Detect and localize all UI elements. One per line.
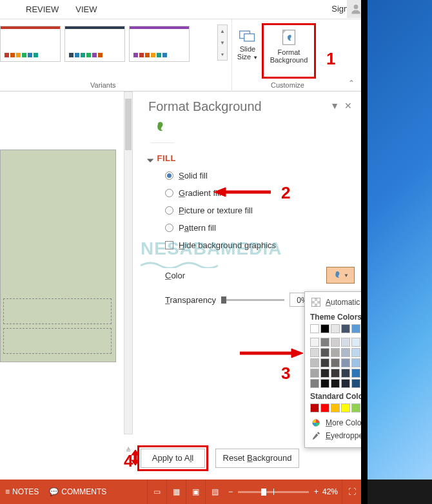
- color-swatch[interactable]: [351, 324, 360, 333]
- picture-fill-radio[interactable]: Picture or texture fill: [165, 206, 361, 215]
- annotation-arrow: [132, 450, 139, 465]
- color-swatch[interactable]: [310, 403, 319, 412]
- status-bar: ≡NOTES 💬COMMENTS ▭ ▦ ▣ ▤ − + 42% ⛶: [0, 480, 361, 504]
- solid-fill-radio[interactable]: SSolid fillolid fill: [165, 171, 361, 180]
- pattern-fill-radio[interactable]: Pattern fill: [165, 223, 361, 233]
- tab-review[interactable]: REVIEW: [26, 5, 59, 14]
- apply-to-all-button[interactable]: Apply to All: [141, 449, 205, 468]
- color-swatch[interactable]: [310, 369, 319, 378]
- pane-options-icon[interactable]: ▼: [330, 101, 339, 111]
- sorter-view-icon[interactable]: ▦: [166, 480, 186, 504]
- color-swatch[interactable]: [310, 338, 319, 347]
- color-swatch[interactable]: [320, 369, 329, 378]
- variant-thumb[interactable]: [129, 26, 190, 62]
- comments-button[interactable]: 💬COMMENTS: [49, 487, 106, 496]
- fill-tab-icon[interactable]: [152, 121, 361, 137]
- color-swatch[interactable]: [341, 403, 350, 412]
- color-swatch[interactable]: [341, 324, 350, 333]
- color-swatch[interactable]: [351, 379, 360, 388]
- color-swatch[interactable]: [320, 338, 329, 347]
- desktop-background: [361, 0, 432, 504]
- svg-rect-2: [244, 34, 255, 41]
- customize-group: Slide Size ▼ Format Background Customize…: [232, 19, 361, 92]
- annotation-arrow: [239, 348, 303, 358]
- zoom-slider[interactable]: [238, 491, 309, 493]
- notes-button[interactable]: ≡NOTES: [5, 487, 39, 496]
- color-swatch[interactable]: [331, 379, 340, 388]
- color-swatch[interactable]: [331, 403, 340, 412]
- color-swatch[interactable]: [341, 348, 350, 357]
- customize-label: Customize: [271, 81, 304, 89]
- variants-group: ▲▼▾ Variants: [0, 19, 232, 92]
- color-swatch[interactable]: [341, 379, 350, 388]
- text-placeholder[interactable]: [3, 298, 112, 324]
- svg-point-0: [354, 5, 358, 9]
- color-swatch[interactable]: [310, 379, 319, 388]
- svg-marker-9: [132, 450, 139, 458]
- color-swatch[interactable]: [320, 348, 329, 357]
- slide-size-button[interactable]: Slide Size ▼: [235, 24, 260, 79]
- color-swatch[interactable]: [341, 358, 350, 367]
- color-label: Color: [165, 271, 255, 280]
- color-swatch[interactable]: [320, 379, 329, 388]
- color-swatch[interactable]: [331, 348, 340, 357]
- annotation-2: 2: [281, 183, 290, 203]
- color-swatch[interactable]: [331, 338, 340, 347]
- reading-view-icon[interactable]: ▣: [186, 480, 205, 504]
- color-swatch[interactable]: [341, 338, 350, 347]
- svg-marker-8: [291, 349, 303, 358]
- zoom-in-icon[interactable]: +: [314, 487, 319, 496]
- slideshow-view-icon[interactable]: ▤: [205, 480, 224, 504]
- collapse-ribbon-icon[interactable]: ⌃: [348, 79, 355, 88]
- color-swatch[interactable]: [331, 369, 340, 378]
- transparency-label: Transparency: [165, 295, 216, 305]
- text-placeholder[interactable]: [3, 328, 112, 354]
- color-swatch[interactable]: [320, 324, 329, 333]
- svg-marker-6: [214, 188, 226, 197]
- annotation-1: 1: [326, 49, 335, 69]
- variant-thumb[interactable]: [0, 26, 61, 62]
- color-picker-button[interactable]: ▼: [326, 267, 355, 284]
- zoom-out-icon[interactable]: −: [228, 487, 233, 496]
- pane-close-icon[interactable]: ✕: [344, 101, 352, 111]
- pane-title: Format Background: [148, 99, 361, 114]
- color-swatch[interactable]: [351, 348, 360, 357]
- fit-to-window-icon[interactable]: ⛶: [342, 480, 361, 504]
- svg-marker-10: [132, 458, 139, 465]
- color-swatch[interactable]: [310, 324, 319, 333]
- color-swatch[interactable]: [331, 358, 340, 367]
- color-swatch[interactable]: [320, 358, 329, 367]
- color-swatch[interactable]: [351, 358, 360, 367]
- tab-view[interactable]: VIEW: [75, 5, 97, 14]
- color-swatch[interactable]: [341, 369, 350, 378]
- variant-thumb[interactable]: [64, 26, 125, 62]
- format-background-button[interactable]: Format Background: [262, 23, 316, 79]
- zoom-value[interactable]: 42%: [322, 487, 338, 496]
- annotation-3: 3: [281, 363, 290, 383]
- color-swatch[interactable]: [351, 403, 360, 412]
- ribbon-tabs: REVIEW VIEW: [0, 0, 361, 19]
- slide-edit-area[interactable]: [0, 150, 116, 362]
- ribbon-body: ▲▼▾ Variants Slide Size ▼ Format Backgro…: [0, 19, 361, 92]
- fill-section-header[interactable]: FILL: [148, 153, 361, 163]
- transparency-slider[interactable]: [221, 299, 284, 301]
- normal-view-icon[interactable]: ▭: [147, 480, 166, 504]
- edit-scrollbar[interactable]: ≜⩡: [124, 92, 133, 434]
- color-swatch[interactable]: [351, 369, 360, 378]
- variants-dropdown[interactable]: ▲▼▾: [217, 24, 228, 61]
- color-swatch[interactable]: [320, 403, 329, 412]
- annotation-arrow: [214, 187, 272, 197]
- reset-background-button[interactable]: Reset Background: [215, 449, 299, 468]
- watermark: NESABAMEDIA: [141, 238, 282, 268]
- variants-label: Variants: [90, 81, 116, 89]
- color-swatch[interactable]: [310, 358, 319, 367]
- color-swatch[interactable]: [310, 348, 319, 357]
- color-swatch[interactable]: [331, 324, 340, 333]
- color-swatch[interactable]: [351, 338, 360, 347]
